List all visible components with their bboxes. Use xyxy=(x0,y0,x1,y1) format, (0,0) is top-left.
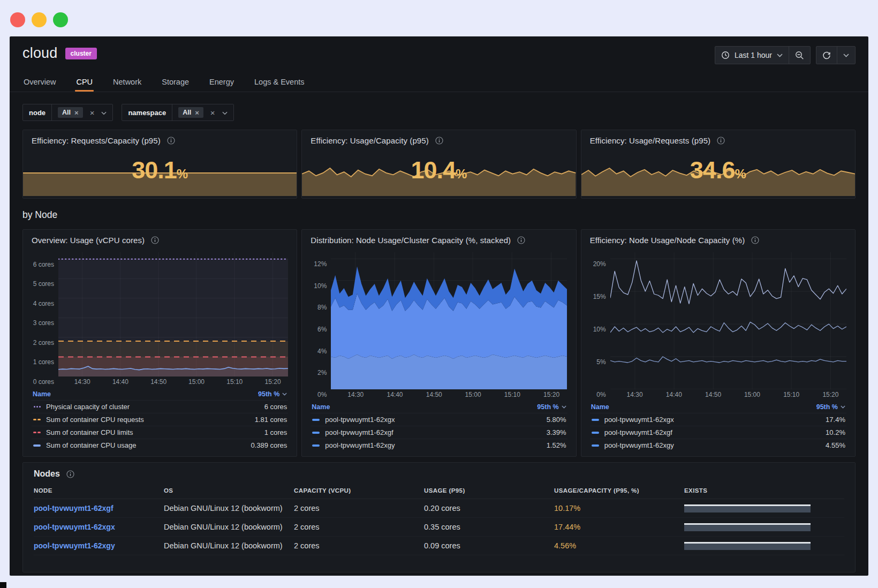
series-p95-value: 10.2% xyxy=(826,428,845,436)
x-tick-label: 14:50 xyxy=(426,391,442,398)
tab-overview[interactable]: Overview xyxy=(22,73,57,92)
tab-logs-events[interactable]: Logs & Events xyxy=(253,73,306,92)
filter-chip[interactable]: All× xyxy=(58,107,83,118)
chevron-down-icon[interactable] xyxy=(222,108,228,117)
column-header-exists[interactable]: EXISTS xyxy=(684,487,844,494)
series-name[interactable]: pool-tpvwuymt1-62xgy xyxy=(604,441,674,449)
series-name[interactable]: pool-tpvwuymt1-62xgy xyxy=(325,441,395,449)
cluster-badge: cluster xyxy=(65,48,97,59)
exists-sparkline xyxy=(684,504,811,512)
table-row: pool-tpvwuymt1-62xgyDebian GNU/Linux 12 … xyxy=(34,537,844,555)
legend-header-name[interactable]: Name xyxy=(33,390,51,398)
column-header-os[interactable]: OS xyxy=(164,487,294,494)
series-name[interactable]: pool-tpvwuymt1-62xgf xyxy=(604,428,672,436)
tab-storage[interactable]: Storage xyxy=(161,73,190,92)
filter-value[interactable]: All×× xyxy=(172,104,233,120)
chevron-down-icon[interactable] xyxy=(101,108,107,117)
section-title: by Node xyxy=(22,209,856,221)
info-icon[interactable] xyxy=(151,236,159,244)
tab-network[interactable]: Network xyxy=(112,73,142,92)
column-header-usage-p95-[interactable]: USAGE (P95) xyxy=(424,487,554,494)
column-header-capacity-vcpu-[interactable]: CAPACITY (VCPU) xyxy=(294,487,424,494)
refresh-button[interactable] xyxy=(816,47,837,64)
dashboard: cloud cluster Last 1 hour xyxy=(10,36,868,576)
series-name[interactable]: pool-tpvwuymt1-62xgf xyxy=(325,428,393,436)
legend-header-95th-sort[interactable]: 95th % xyxy=(258,390,287,398)
clear-filter-icon[interactable]: × xyxy=(210,108,215,117)
node-link[interactable]: pool-tpvwuymt1-62xgy xyxy=(34,541,164,550)
y-tick-label: 6% xyxy=(317,326,327,333)
filter-label: namespace xyxy=(122,104,172,120)
legend-row[interactable]: Sum of container CPU requests1.81 cores xyxy=(32,413,288,426)
legend-row[interactable]: Physical capacity of cluster6 cores xyxy=(32,400,288,413)
close-button[interactable] xyxy=(10,12,25,27)
plot-area[interactable] xyxy=(58,252,288,376)
series-name[interactable]: Sum of container CPU usage xyxy=(46,441,136,449)
stat-panel-title: Efficiency: Requests/Capacity (p95) xyxy=(32,136,161,145)
legend-header-95th-sort[interactable]: 95th % xyxy=(816,403,845,411)
info-icon[interactable] xyxy=(167,137,175,145)
plot-area[interactable] xyxy=(331,252,567,389)
exists-sparkline xyxy=(684,542,811,550)
info-icon[interactable] xyxy=(717,137,725,145)
legend-row[interactable]: pool-tpvwuymt1-62xgf10.2% xyxy=(590,426,846,439)
legend-row[interactable]: pool-tpvwuymt1-62xgf3.39% xyxy=(311,426,567,439)
column-header-node[interactable]: NODE xyxy=(34,487,164,494)
legend-header-name[interactable]: Name xyxy=(591,403,609,411)
zoom-out-button[interactable] xyxy=(789,47,810,64)
chart-panel-2: Distribution: Node Usage/Cluster Capacit… xyxy=(301,229,576,457)
tab-cpu[interactable]: CPU xyxy=(75,73,94,92)
series-marker-icon xyxy=(33,432,41,434)
legend-row[interactable]: pool-tpvwuymt1-62xgx5.80% xyxy=(311,413,567,426)
filter-chip-label: All xyxy=(62,109,71,116)
filter-chip[interactable]: All× xyxy=(178,107,203,118)
series-name[interactable]: Sum of container CPU requests xyxy=(46,416,144,424)
info-icon[interactable] xyxy=(517,236,525,244)
x-axis-row: 14:3014:4014:5015:0015:1015:20 xyxy=(23,376,297,387)
remove-value-icon[interactable]: × xyxy=(195,109,199,116)
clock-icon xyxy=(721,51,730,59)
minimize-button[interactable] xyxy=(32,12,47,27)
zoom-button[interactable] xyxy=(53,12,68,27)
x-tick-label: 15:00 xyxy=(465,391,481,398)
info-icon[interactable] xyxy=(66,470,74,478)
legend-row[interactable]: Sum of container CPU usage0.389 cores xyxy=(32,439,288,451)
chart-title: Distribution: Node Usage/Cluster Capacit… xyxy=(311,236,511,245)
legend-header-95th-sort[interactable]: 95th % xyxy=(537,403,566,411)
exists-sparkline xyxy=(684,523,811,531)
cell-usage-capacity: 4.56% xyxy=(554,541,684,550)
info-icon[interactable] xyxy=(435,137,443,145)
cell-usage: 0.09 cores xyxy=(424,541,554,550)
series-name[interactable]: Sum of container CPU limits xyxy=(46,428,133,436)
charts-row: Overview: Usage (vCPU cores)0 cores1 cor… xyxy=(22,229,856,457)
title-wrap: cloud cluster xyxy=(22,45,97,62)
legend-row[interactable]: pool-tpvwuymt1-62xgy1.52% xyxy=(311,439,567,451)
remove-value-icon[interactable]: × xyxy=(74,109,79,116)
info-icon[interactable] xyxy=(751,236,759,244)
series-name[interactable]: Physical capacity of cluster xyxy=(46,403,130,411)
series-name[interactable]: pool-tpvwuymt1-62xgx xyxy=(325,416,395,424)
filter-value[interactable]: All×× xyxy=(52,104,112,120)
stat-panel-header: Efficiency: Usage/Requests (p95) xyxy=(581,130,855,147)
legend-row[interactable]: pool-tpvwuymt1-62xgx17.4% xyxy=(590,413,846,426)
plot-area[interactable] xyxy=(610,252,846,389)
chart-title: Overview: Usage (vCPU cores) xyxy=(32,236,145,245)
node-link[interactable]: pool-tpvwuymt1-62xgf xyxy=(34,504,164,512)
node-link[interactable]: pool-tpvwuymt1-62xgx xyxy=(34,523,164,531)
x-tick-label: 14:30 xyxy=(74,378,90,386)
y-tick-label: 5% xyxy=(596,358,605,366)
tab-energy[interactable]: Energy xyxy=(208,73,235,92)
clear-filter-icon[interactable]: × xyxy=(90,108,95,117)
x-tick-label: 14:40 xyxy=(112,378,128,386)
column-header-usage-capacity-p95-[interactable]: USAGE/CAPACITY (P95, %) xyxy=(554,487,684,494)
legend-row[interactable]: Sum of container CPU limits1 cores xyxy=(32,426,288,439)
series-name[interactable]: pool-tpvwuymt1-62xgx xyxy=(604,416,674,424)
legend-row[interactable]: pool-tpvwuymt1-62xgy4.55% xyxy=(590,439,846,451)
refresh-interval-dropdown[interactable] xyxy=(837,47,855,64)
legend-header-name[interactable]: Name xyxy=(312,403,330,411)
cell-exists xyxy=(684,542,844,550)
zoom-out-icon xyxy=(795,51,804,60)
cell-os: Debian GNU/Linux 12 (bookworm) xyxy=(164,504,294,512)
time-range-picker[interactable]: Last 1 hour xyxy=(715,47,789,64)
series-marker-icon xyxy=(591,419,600,421)
